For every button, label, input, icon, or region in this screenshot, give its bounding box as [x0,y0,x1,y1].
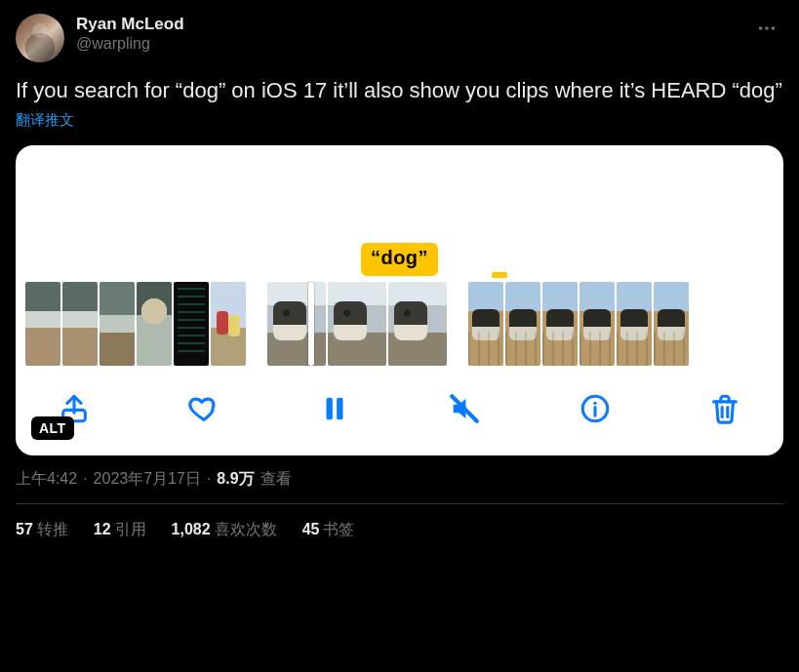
svg-rect-4 [326,397,332,419]
media-toolbar [16,377,783,455]
views-count: 8.9万 [217,469,254,490]
clip-thumb[interactable] [617,282,652,366]
alt-badge[interactable]: ALT [31,416,74,440]
views-label: 查看 [260,469,292,490]
retweets-count: 57 [16,521,33,537]
clip-group-3 [468,282,689,368]
meta-sep: · [83,470,87,488]
quotes-stat[interactable]: 12引用 [94,520,146,540]
clip-thumb[interactable] [267,282,326,366]
meta-sep: · [207,470,211,488]
clip-thumb[interactable] [654,282,689,366]
caption-marker [492,272,507,278]
bookmarks-label: 书签 [323,521,354,537]
media-card[interactable]: “dog” [16,145,783,455]
clip-thumb[interactable] [542,282,578,366]
media-card-top [16,145,783,243]
svg-point-0 [759,26,763,30]
clip-thumb[interactable] [468,282,503,366]
tweet-stats: 57转推 12引用 1,082喜欢次数 45书签 [16,504,783,540]
retweets-label: 转推 [37,521,68,537]
pause-button[interactable] [313,387,356,430]
tweet-date[interactable]: 2023年7月17日 [94,469,201,490]
user-handle[interactable]: @warpling [76,34,184,54]
heart-icon [187,392,220,425]
more-icon [756,18,778,39]
clip-thumb[interactable] [579,282,615,366]
bookmarks-stat[interactable]: 45书签 [302,520,355,540]
quotes-label: 引用 [115,521,146,537]
retweets-stat[interactable]: 57转推 [16,520,68,540]
tweet-time[interactable]: 上午4:42 [16,469,77,490]
timeline-strip[interactable] [16,276,783,377]
avatar[interactable] [16,14,64,62]
clip-thumb[interactable] [505,282,540,366]
audio-caption: “dog” [361,243,438,276]
likes-label: 喜欢次数 [215,521,277,537]
tweet-meta: 上午4:42 · 2023年7月17日 · 8.9万 查看 [16,469,783,490]
info-icon [579,392,612,425]
info-button[interactable] [574,387,617,430]
trash-icon [708,392,741,425]
bookmarks-count: 45 [302,521,320,537]
tweet-header: Ryan McLeod @warpling [16,14,783,62]
clip-thumb[interactable] [388,282,447,366]
clip-thumb[interactable] [328,282,386,366]
clip-thumb[interactable] [137,282,172,366]
caption-row: “dog” [16,243,783,276]
trash-button[interactable] [703,387,746,430]
clip-thumb[interactable] [100,282,135,366]
svg-point-8 [593,401,596,404]
user-names: Ryan McLeod @warpling [76,14,184,54]
clip-thumb[interactable] [211,282,246,366]
svg-point-2 [772,26,776,30]
clip-thumb[interactable] [174,282,209,366]
quotes-count: 12 [94,521,111,537]
likes-count: 1,082 [172,521,211,537]
pause-icon [318,392,351,425]
likes-stat[interactable]: 1,082喜欢次数 [172,520,277,540]
translate-link[interactable]: 翻译推文 [16,111,74,130]
svg-rect-5 [337,397,342,419]
clip-group-1 [25,282,246,368]
mute-button[interactable] [443,387,486,430]
clip-thumb[interactable] [62,282,98,366]
tweet-text: If you search for “dog” on iOS 17 it’ll … [16,76,783,105]
tweet-container: Ryan McLeod @warpling If you search for … [0,0,799,540]
like-button[interactable] [182,387,225,430]
more-button[interactable] [750,14,783,48]
svg-point-1 [765,26,769,30]
display-name[interactable]: Ryan McLeod [76,14,184,34]
clip-group-2 [267,282,447,368]
mute-icon [448,392,481,425]
playhead[interactable] [308,282,314,366]
clip-thumb[interactable] [25,282,60,366]
